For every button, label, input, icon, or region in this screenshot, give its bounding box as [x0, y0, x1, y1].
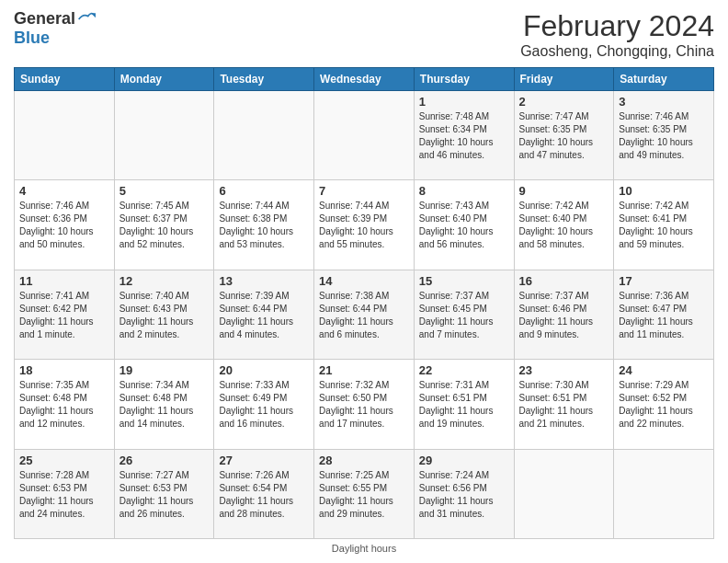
calendar-cell: 4Sunrise: 7:46 AM Sunset: 6:36 PM Daylig…: [15, 180, 115, 270]
calendar-cell: [514, 449, 614, 538]
day-info: Sunrise: 7:43 AM Sunset: 6:40 PM Dayligh…: [419, 200, 509, 251]
calendar-cell: 15Sunrise: 7:37 AM Sunset: 6:45 PM Dayli…: [414, 270, 514, 359]
calendar-cell: 27Sunrise: 7:26 AM Sunset: 6:54 PM Dayli…: [214, 449, 314, 538]
day-number: 17: [619, 274, 709, 288]
day-info: Sunrise: 7:41 AM Sunset: 6:42 PM Dayligh…: [19, 290, 109, 341]
day-number: 22: [419, 363, 509, 377]
day-info: Sunrise: 7:37 AM Sunset: 6:46 PM Dayligh…: [519, 290, 609, 341]
day-info: Sunrise: 7:42 AM Sunset: 6:40 PM Dayligh…: [519, 200, 609, 251]
calendar-cell: 14Sunrise: 7:38 AM Sunset: 6:44 PM Dayli…: [314, 270, 415, 359]
location: Gaosheng, Chongqing, China: [520, 43, 714, 60]
day-number: 12: [119, 274, 210, 288]
header: General Blue February 2024 Gaosheng, Cho…: [14, 9, 714, 60]
day-number: 3: [619, 95, 709, 109]
day-header-saturday: Saturday: [614, 68, 714, 91]
logo-icon: [77, 10, 96, 29]
day-number: 5: [119, 184, 210, 198]
day-number: 10: [619, 184, 709, 198]
month-title: February 2024: [520, 9, 714, 43]
calendar-cell: [15, 91, 115, 180]
calendar-cell: 26Sunrise: 7:27 AM Sunset: 6:53 PM Dayli…: [114, 449, 214, 538]
day-info: Sunrise: 7:47 AM Sunset: 6:35 PM Dayligh…: [519, 110, 609, 162]
day-info: Sunrise: 7:34 AM Sunset: 6:48 PM Dayligh…: [119, 379, 210, 431]
day-info: Sunrise: 7:26 AM Sunset: 6:54 PM Dayligh…: [219, 469, 309, 521]
calendar-cell: 13Sunrise: 7:39 AM Sunset: 6:44 PM Dayli…: [214, 270, 314, 359]
calendar-cell: 3Sunrise: 7:46 AM Sunset: 6:35 PM Daylig…: [614, 91, 714, 180]
calendar-cell: [614, 449, 714, 538]
calendar-cell: [314, 91, 415, 180]
calendar-cell: 20Sunrise: 7:33 AM Sunset: 6:49 PM Dayli…: [214, 360, 314, 449]
week-row-3: 11Sunrise: 7:41 AM Sunset: 6:42 PM Dayli…: [15, 270, 714, 359]
calendar-cell: 2Sunrise: 7:47 AM Sunset: 6:35 PM Daylig…: [514, 91, 614, 180]
day-number: 11: [19, 274, 109, 288]
day-info: Sunrise: 7:48 AM Sunset: 6:34 PM Dayligh…: [419, 110, 509, 162]
calendar-cell: 16Sunrise: 7:37 AM Sunset: 6:46 PM Dayli…: [514, 270, 614, 359]
day-number: 14: [319, 274, 409, 288]
day-number: 6: [219, 184, 309, 198]
day-info: Sunrise: 7:28 AM Sunset: 6:53 PM Dayligh…: [19, 469, 109, 521]
calendar-cell: 6Sunrise: 7:44 AM Sunset: 6:38 PM Daylig…: [214, 180, 314, 270]
day-number: 15: [419, 274, 509, 288]
day-info: Sunrise: 7:46 AM Sunset: 6:36 PM Dayligh…: [19, 200, 109, 251]
calendar-cell: 28Sunrise: 7:25 AM Sunset: 6:55 PM Dayli…: [314, 449, 415, 538]
calendar-header-row: SundayMondayTuesdayWednesdayThursdayFrid…: [15, 68, 714, 91]
day-number: 28: [319, 454, 409, 467]
calendar-cell: 5Sunrise: 7:45 AM Sunset: 6:37 PM Daylig…: [114, 180, 214, 270]
day-header-wednesday: Wednesday: [314, 68, 415, 91]
day-number: 4: [19, 184, 109, 198]
calendar-cell: 29Sunrise: 7:24 AM Sunset: 6:56 PM Dayli…: [414, 449, 514, 538]
day-number: 27: [219, 454, 309, 467]
calendar-cell: 10Sunrise: 7:42 AM Sunset: 6:41 PM Dayli…: [614, 180, 714, 270]
day-number: 18: [19, 363, 109, 377]
day-header-friday: Friday: [514, 68, 614, 91]
day-header-thursday: Thursday: [414, 68, 514, 91]
calendar-page: General Blue February 2024 Gaosheng, Cho…: [0, 0, 728, 563]
svg-marker-0: [91, 13, 96, 17]
day-info: Sunrise: 7:44 AM Sunset: 6:39 PM Dayligh…: [319, 200, 409, 251]
day-info: Sunrise: 7:36 AM Sunset: 6:47 PM Dayligh…: [619, 290, 709, 341]
calendar-cell: [214, 91, 314, 180]
calendar-cell: 8Sunrise: 7:43 AM Sunset: 6:40 PM Daylig…: [414, 180, 514, 270]
logo: General Blue: [14, 9, 96, 48]
calendar-cell: 17Sunrise: 7:36 AM Sunset: 6:47 PM Dayli…: [614, 270, 714, 359]
day-info: Sunrise: 7:46 AM Sunset: 6:35 PM Dayligh…: [619, 110, 709, 162]
day-info: Sunrise: 7:35 AM Sunset: 6:48 PM Dayligh…: [19, 379, 109, 431]
calendar-cell: 12Sunrise: 7:40 AM Sunset: 6:43 PM Dayli…: [114, 270, 214, 359]
calendar-cell: 18Sunrise: 7:35 AM Sunset: 6:48 PM Dayli…: [15, 360, 115, 449]
calendar-cell: 25Sunrise: 7:28 AM Sunset: 6:53 PM Dayli…: [15, 449, 115, 538]
day-number: 16: [519, 274, 609, 288]
calendar-cell: 21Sunrise: 7:32 AM Sunset: 6:50 PM Dayli…: [314, 360, 415, 449]
day-info: Sunrise: 7:45 AM Sunset: 6:37 PM Dayligh…: [119, 200, 210, 251]
week-row-5: 25Sunrise: 7:28 AM Sunset: 6:53 PM Dayli…: [15, 449, 714, 538]
day-number: 21: [319, 363, 409, 377]
day-info: Sunrise: 7:24 AM Sunset: 6:56 PM Dayligh…: [419, 469, 509, 521]
day-info: Sunrise: 7:44 AM Sunset: 6:38 PM Dayligh…: [219, 200, 309, 251]
week-row-4: 18Sunrise: 7:35 AM Sunset: 6:48 PM Dayli…: [15, 360, 714, 449]
day-info: Sunrise: 7:29 AM Sunset: 6:52 PM Dayligh…: [619, 379, 709, 431]
day-number: 25: [19, 454, 109, 467]
day-number: 23: [519, 363, 609, 377]
day-info: Sunrise: 7:37 AM Sunset: 6:45 PM Dayligh…: [419, 290, 509, 341]
day-info: Sunrise: 7:40 AM Sunset: 6:43 PM Dayligh…: [119, 290, 210, 341]
calendar-table: SundayMondayTuesdayWednesdayThursdayFrid…: [14, 67, 714, 539]
logo-general: General: [14, 9, 75, 29]
day-number: 8: [419, 184, 509, 198]
calendar-cell: 24Sunrise: 7:29 AM Sunset: 6:52 PM Dayli…: [614, 360, 714, 449]
day-info: Sunrise: 7:31 AM Sunset: 6:51 PM Dayligh…: [419, 379, 509, 431]
calendar-cell: 1Sunrise: 7:48 AM Sunset: 6:34 PM Daylig…: [414, 91, 514, 180]
calendar-cell: 19Sunrise: 7:34 AM Sunset: 6:48 PM Dayli…: [114, 360, 214, 449]
day-number: 13: [219, 274, 309, 288]
day-info: Sunrise: 7:33 AM Sunset: 6:49 PM Dayligh…: [219, 379, 309, 431]
title-section: February 2024 Gaosheng, Chongqing, China: [520, 9, 714, 60]
calendar-cell: [114, 91, 214, 180]
calendar-cell: 23Sunrise: 7:30 AM Sunset: 6:51 PM Dayli…: [514, 360, 614, 449]
day-number: 2: [519, 95, 609, 109]
logo-blue: Blue: [14, 29, 50, 48]
day-header-tuesday: Tuesday: [214, 68, 314, 91]
logo-text: General: [14, 9, 96, 29]
day-header-monday: Monday: [114, 68, 214, 91]
day-number: 7: [319, 184, 409, 198]
day-number: 29: [419, 454, 509, 467]
week-row-2: 4Sunrise: 7:46 AM Sunset: 6:36 PM Daylig…: [15, 180, 714, 270]
calendar-cell: 7Sunrise: 7:44 AM Sunset: 6:39 PM Daylig…: [314, 180, 415, 270]
